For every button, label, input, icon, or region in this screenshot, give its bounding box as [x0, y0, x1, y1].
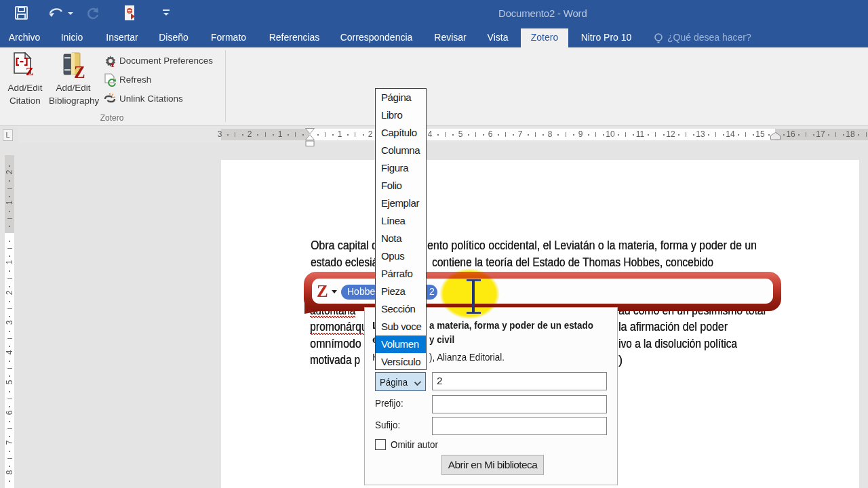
- svg-text:z: z: [111, 61, 115, 68]
- svg-text:Z: Z: [26, 65, 33, 78]
